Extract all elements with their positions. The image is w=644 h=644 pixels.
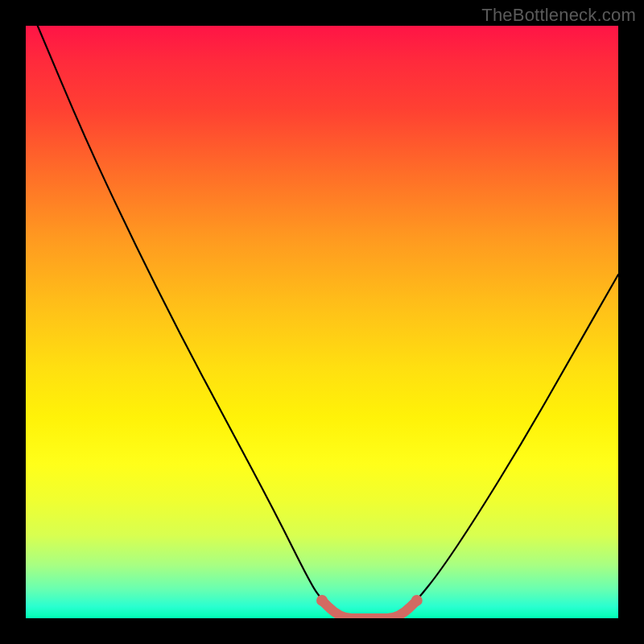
plot-area <box>26 26 618 618</box>
highlight-endpoint <box>316 595 328 606</box>
curve-line <box>38 26 618 618</box>
highlight-endpoint <box>411 595 423 606</box>
chart-svg <box>26 26 618 618</box>
watermark-text: TheBottleneck.com <box>481 5 636 26</box>
highlight-band <box>322 601 417 618</box>
chart-frame: TheBottleneck.com <box>0 0 644 644</box>
